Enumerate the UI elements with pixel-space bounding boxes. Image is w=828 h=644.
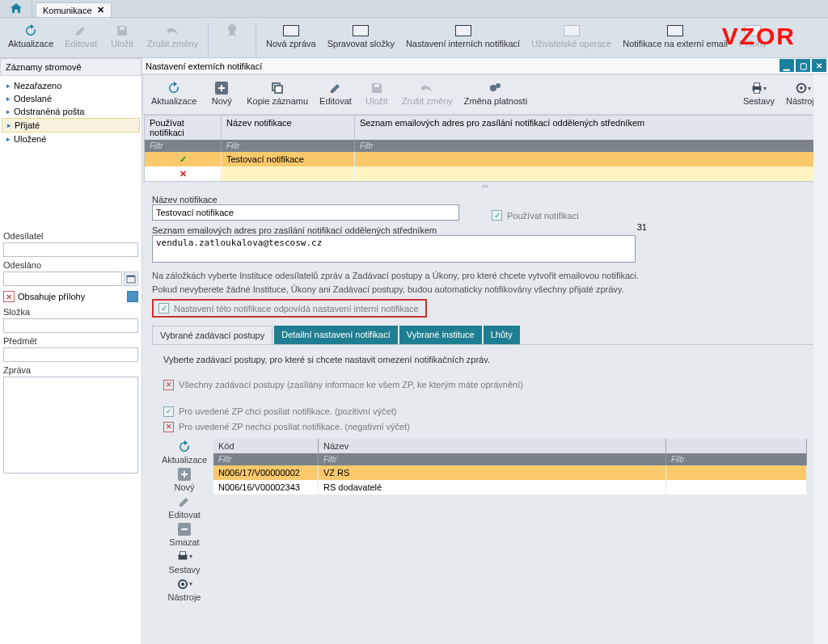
- aktualizace-button[interactable]: Aktualizace: [3, 21, 58, 50]
- detail-tabs: Vybrané zadávací postupy Detailní nastav…: [152, 326, 818, 344]
- scrollbar[interactable]: [813, 74, 828, 644]
- interni-checkbox[interactable]: ✓: [158, 303, 169, 314]
- grid-row[interactable]: ✓ Testovací notifikace: [145, 152, 826, 166]
- nazev-input[interactable]: [152, 204, 459, 221]
- tab-vybrane-postupy[interactable]: Vybrané zadávací postupy: [152, 326, 272, 344]
- cell-emails: [355, 152, 826, 166]
- sub-kopie-button[interactable]: Kopie záznamu: [242, 78, 313, 107]
- tab-lhuty[interactable]: Lhůty: [484, 326, 520, 344]
- zprava-input[interactable]: [3, 377, 138, 474]
- home-icon: [10, 2, 23, 14]
- sg-filter-3[interactable]: Filtr: [666, 453, 807, 465]
- panel-header: Nastavení externích notifikací ▁ ▢ ✕: [142, 58, 828, 74]
- slozka-input[interactable]: [3, 318, 138, 333]
- grid-resizer[interactable]: ═: [142, 182, 828, 190]
- gear-icon: ▾: [176, 576, 192, 592]
- sub-ulozit-button[interactable]: Uložit: [358, 78, 395, 107]
- sg-filter-kod[interactable]: Filtr: [213, 453, 319, 465]
- tree-item-ulozene[interactable]: ▸Uložené: [2, 133, 140, 145]
- odesilatel-field: Odesílatel: [0, 229, 142, 259]
- max-button[interactable]: ▢: [796, 59, 810, 72]
- zprava-field: Zpráva: [0, 364, 142, 644]
- opt-negativni[interactable]: ✕ Pro uvedené ZP nechci posílat notifika…: [163, 422, 807, 432]
- predmet-input[interactable]: [3, 347, 138, 362]
- sg-row[interactable]: N006/16/V00002343 RS dodavatelé: [213, 480, 807, 495]
- spravovat-slozky-button[interactable]: Spravovat složky: [323, 21, 399, 50]
- sg-col-nazev[interactable]: Název: [319, 439, 666, 453]
- svg-point-31: [181, 583, 184, 586]
- sub-zmena-button[interactable]: Změna platnosti: [459, 78, 532, 107]
- tree-item-nezarazeno[interactable]: ▸Nezařazeno: [2, 79, 140, 92]
- col-emails[interactable]: Seznam emailových adres pro zasílání not…: [355, 116, 826, 140]
- tree-item-odstranena[interactable]: ▸Odstraněná pošta: [2, 105, 140, 118]
- sa-smazat[interactable]: Smazat: [169, 521, 199, 547]
- tab-detailni[interactable]: Detailní nastavení notifikací: [274, 326, 398, 344]
- svg-rect-17: [275, 86, 282, 93]
- svg-point-0: [228, 24, 236, 32]
- odesilatel-input[interactable]: [3, 242, 138, 257]
- tree-item-prijate[interactable]: ▸Přijaté: [2, 118, 140, 133]
- sub-toolbar: Aktualizace Nový Kopie záznamu Editovat …: [142, 74, 828, 115]
- sa-editovat[interactable]: Editovat: [168, 494, 201, 520]
- ext-notif-button[interactable]: Notifikace na externí email: [618, 21, 733, 50]
- chevron-right-icon: ▸: [6, 82, 11, 90]
- print-icon: ▾: [176, 549, 192, 565]
- sg-cell-kod: N006/17/V00000002: [213, 465, 319, 480]
- editovat-button[interactable]: Editovat: [60, 21, 102, 50]
- expand-box[interactable]: [127, 291, 138, 302]
- chevron-right-icon: ▸: [7, 121, 11, 129]
- svg-rect-4: [353, 26, 368, 36]
- filter-col1[interactable]: Filtr: [145, 140, 222, 152]
- pouzivat-checkbox[interactable]: ✓: [492, 210, 502, 221]
- sg-col-kod[interactable]: Kód: [213, 439, 319, 453]
- sub-sestavy-button[interactable]: ▾ Sestavy: [738, 78, 779, 107]
- sg-row[interactable]: N006/17/V00000002 VZ RS: [213, 465, 807, 480]
- sa-aktualizace[interactable]: Aktualizace: [162, 439, 207, 465]
- sa-sestavy[interactable]: ▾Sestavy: [168, 549, 200, 575]
- filter-col2[interactable]: Filtr: [222, 140, 355, 152]
- grid-row[interactable]: ✕: [145, 166, 826, 181]
- close-button[interactable]: ✕: [812, 59, 826, 72]
- ulozit-button[interactable]: Uložit: [104, 21, 141, 50]
- sa-novy[interactable]: Nový: [174, 466, 194, 492]
- zrusit-button[interactable]: Zrušit změny: [142, 21, 203, 50]
- tree-item-odeslane[interactable]: ▸Odeslané: [2, 92, 140, 105]
- sub-zrusit-button[interactable]: Zrušit změny: [397, 78, 458, 107]
- opt-pozitivni[interactable]: ✓ Pro uvedené ZP chci posílat notifikace…: [163, 406, 807, 417]
- gears-icon: [488, 80, 504, 96]
- col-pouzivat[interactable]: Používat notifikaci: [145, 116, 222, 140]
- red-box-label: Nastavení této notifikace odpovídá nasta…: [174, 304, 419, 314]
- save-icon: [369, 80, 385, 96]
- tab-komunikace[interactable]: Komunikace ✕: [36, 2, 112, 17]
- uziv-op-button[interactable]: Uživatelské operace: [526, 21, 616, 50]
- chevron-right-icon: ▸: [6, 95, 11, 103]
- sub-novy-button[interactable]: Nový: [203, 78, 240, 107]
- print-icon: ▾: [750, 80, 767, 96]
- calendar-icon[interactable]: [124, 271, 138, 286]
- sub-aktualizace-button[interactable]: Aktualizace: [146, 78, 201, 107]
- min-button[interactable]: ▁: [779, 59, 794, 72]
- opt-vsechny[interactable]: ✕ Všechny zadávací postupy (zasílány inf…: [163, 380, 807, 390]
- emails-input[interactable]: [152, 235, 636, 263]
- sa-nastroje[interactable]: ▾Nástroje: [168, 576, 201, 602]
- separator: [256, 23, 256, 55]
- home-tab[interactable]: [0, 0, 32, 17]
- sg-filter-nazev[interactable]: Filtr: [319, 453, 666, 465]
- interni-notif-button[interactable]: Nastavení interních notifikací: [401, 21, 525, 50]
- checkbox-unchecked-icon[interactable]: ✕: [3, 291, 15, 302]
- grid-header: Používat notifikaci Název notifikace Sez…: [145, 116, 826, 140]
- help-text-1: Na záložkách vyberte Instituce odesílate…: [152, 269, 818, 283]
- sub-editovat-button[interactable]: Editovat: [315, 78, 357, 107]
- panel-title: Nastavení externích notifikací: [146, 61, 262, 71]
- odeslano-input[interactable]: [3, 271, 122, 286]
- tab-instituce[interactable]: Vybrané instituce: [399, 326, 482, 344]
- emails-label: Seznam emailových adres pro zasílání not…: [152, 225, 818, 235]
- col-nazev[interactable]: Název notifikace: [222, 116, 355, 140]
- close-icon[interactable]: ✕: [97, 5, 104, 15]
- svg-rect-21: [754, 83, 760, 86]
- filter-col3[interactable]: Filtr: [355, 140, 826, 152]
- sg-cell-nazev: VZ RS: [319, 465, 666, 480]
- main-toolbar: Aktualizace Editovat Uložit Zrušit změny…: [0, 18, 828, 58]
- odeslano-field: Odesláno: [0, 259, 142, 288]
- nova-zprava-button[interactable]: Nová zpráva: [261, 21, 321, 50]
